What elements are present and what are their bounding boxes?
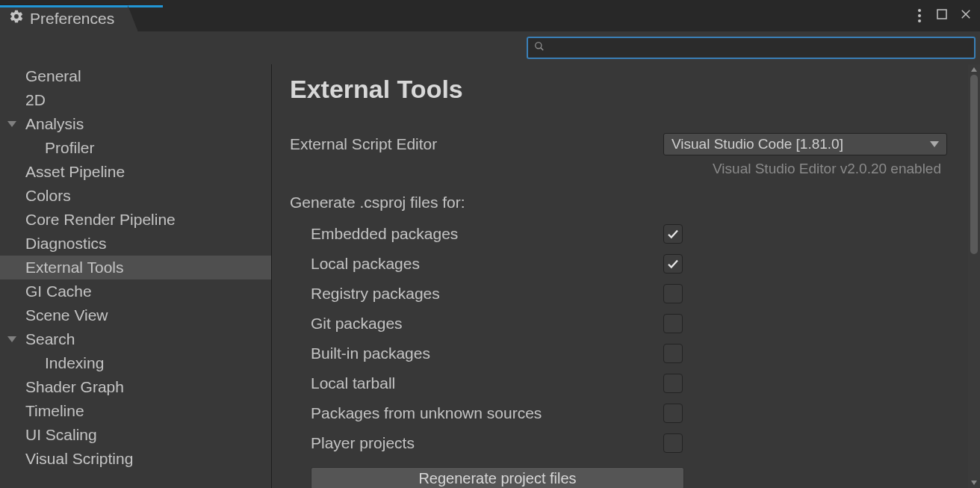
checkbox-embedded-packages[interactable] bbox=[663, 224, 683, 244]
sidebar-item-label: External Tools bbox=[25, 259, 124, 277]
csproj-section-label: Generate .csproj files for: bbox=[290, 194, 958, 211]
checkbox-player-projects[interactable] bbox=[663, 433, 683, 453]
csproj-option-row: Registry packages bbox=[290, 279, 958, 309]
external-script-editor-dropdown[interactable]: Visual Studio Code [1.81.0] bbox=[663, 133, 947, 155]
svg-rect-0 bbox=[937, 10, 946, 19]
sidebar-item-label: Visual Scripting bbox=[25, 450, 133, 468]
sidebar-item-label: 2D bbox=[25, 91, 46, 109]
regenerate-button-label: Regenerate project files bbox=[418, 470, 576, 487]
sidebar-item-label: Timeline bbox=[25, 402, 84, 420]
scrollbar-thumb[interactable] bbox=[970, 75, 978, 254]
checkbox-registry-packages[interactable] bbox=[663, 284, 683, 303]
close-icon[interactable] bbox=[959, 7, 973, 24]
svg-marker-6 bbox=[971, 481, 977, 485]
regenerate-project-files-button[interactable]: Regenerate project files bbox=[311, 467, 684, 488]
svg-marker-5 bbox=[971, 67, 977, 72]
checkbox-built-in-packages[interactable] bbox=[663, 344, 683, 363]
csproj-option-label: Player projects bbox=[290, 434, 663, 452]
sidebar-item-shader-graph[interactable]: Shader Graph bbox=[0, 375, 271, 399]
chevron-down-icon bbox=[7, 336, 16, 342]
checkbox-packages-from-unknown-sources[interactable] bbox=[663, 404, 683, 423]
sidebar-item-analysis[interactable]: Analysis bbox=[0, 112, 271, 136]
csproj-option-row: Embedded packages bbox=[290, 219, 958, 249]
csproj-option-label: Registry packages bbox=[290, 285, 663, 303]
search-row bbox=[0, 31, 980, 64]
csproj-option-row: Local packages bbox=[290, 249, 958, 279]
sidebar-item-label: Diagnostics bbox=[25, 235, 107, 253]
external-script-editor-row: External Script Editor Visual Studio Cod… bbox=[290, 129, 958, 159]
scrollbar[interactable] bbox=[968, 64, 980, 488]
svg-line-4 bbox=[541, 48, 544, 51]
csproj-option-row: Player projects bbox=[290, 428, 958, 458]
sidebar-item-scene-view[interactable]: Scene View bbox=[0, 303, 271, 327]
sidebar-item-label: Core Render Pipeline bbox=[25, 211, 176, 229]
sidebar-item-general[interactable]: General bbox=[0, 64, 271, 88]
sidebar-item-2d[interactable]: 2D bbox=[0, 88, 271, 112]
main-panel: External Tools External Script Editor Vi… bbox=[272, 64, 980, 488]
search-icon bbox=[534, 41, 545, 55]
csproj-option-row: Built-in packages bbox=[290, 339, 958, 368]
csproj-option-row: Packages from unknown sources bbox=[290, 398, 958, 428]
chevron-down-icon bbox=[930, 141, 939, 147]
search-input[interactable] bbox=[549, 42, 968, 54]
sidebar-item-label: GI Cache bbox=[25, 282, 92, 300]
sidebar-item-ui-scaling[interactable]: UI Scaling bbox=[0, 423, 271, 447]
csproj-option-label: Built-in packages bbox=[290, 345, 663, 362]
sidebar-item-label: Shader Graph bbox=[25, 378, 124, 396]
sidebar-item-search[interactable]: Search bbox=[0, 327, 271, 351]
tab-active-indicator bbox=[0, 5, 163, 7]
sidebar-item-label: UI Scaling bbox=[25, 426, 97, 444]
sidebar-item-label: Asset Pipeline bbox=[25, 163, 125, 181]
csproj-option-label: Embedded packages bbox=[290, 225, 663, 243]
sidebar-item-label: Colors bbox=[25, 187, 71, 205]
csproj-option-label: Local packages bbox=[290, 255, 663, 273]
sidebar: General2DAnalysisProfilerAsset PipelineC… bbox=[0, 64, 272, 488]
scroll-up-icon[interactable] bbox=[970, 66, 978, 73]
title-bar: Preferences bbox=[0, 0, 980, 31]
gear-icon bbox=[9, 9, 24, 28]
sidebar-item-asset-pipeline[interactable]: Asset Pipeline bbox=[0, 160, 271, 184]
dropdown-value: Visual Studio Code [1.81.0] bbox=[672, 136, 843, 152]
sidebar-item-indexing[interactable]: Indexing bbox=[0, 351, 271, 375]
sidebar-item-diagnostics[interactable]: Diagnostics bbox=[0, 232, 271, 256]
sidebar-item-label: Search bbox=[25, 330, 75, 348]
sidebar-item-gi-cache[interactable]: GI Cache bbox=[0, 279, 271, 303]
kebab-menu-icon[interactable] bbox=[914, 9, 925, 22]
sidebar-item-label: General bbox=[25, 67, 81, 85]
csproj-option-row: Local tarball bbox=[290, 368, 958, 398]
svg-point-3 bbox=[536, 43, 542, 49]
sidebar-item-external-tools[interactable]: External Tools bbox=[0, 256, 271, 279]
sidebar-item-label: Analysis bbox=[25, 115, 84, 133]
csproj-option-label: Git packages bbox=[290, 315, 663, 333]
sidebar-item-label: Scene View bbox=[25, 306, 108, 324]
sidebar-item-visual-scripting[interactable]: Visual Scripting bbox=[0, 447, 271, 471]
checkbox-local-packages[interactable] bbox=[663, 254, 683, 274]
page-title: External Tools bbox=[290, 75, 958, 104]
editor-status-note: Visual Studio Editor v2.0.20 enabled bbox=[290, 161, 941, 177]
maximize-icon[interactable] bbox=[935, 7, 949, 24]
checkbox-local-tarball[interactable] bbox=[663, 374, 683, 393]
tab-preferences[interactable]: Preferences bbox=[0, 4, 128, 31]
tab-label: Preferences bbox=[30, 10, 114, 28]
scroll-down-icon[interactable] bbox=[970, 479, 978, 487]
sidebar-item-timeline[interactable]: Timeline bbox=[0, 399, 271, 423]
sidebar-item-label: Profiler bbox=[45, 139, 95, 157]
sidebar-item-profiler[interactable]: Profiler bbox=[0, 136, 271, 160]
sidebar-item-colors[interactable]: Colors bbox=[0, 184, 271, 208]
csproj-option-label: Local tarball bbox=[290, 374, 663, 392]
csproj-option-row: Git packages bbox=[290, 309, 958, 339]
search-box[interactable] bbox=[527, 37, 976, 59]
sidebar-item-core-render-pipeline[interactable]: Core Render Pipeline bbox=[0, 208, 271, 232]
chevron-down-icon bbox=[7, 121, 16, 127]
csproj-option-label: Packages from unknown sources bbox=[290, 404, 663, 422]
external-script-editor-label: External Script Editor bbox=[290, 135, 663, 153]
sidebar-item-label: Indexing bbox=[45, 354, 104, 372]
checkbox-git-packages[interactable] bbox=[663, 314, 683, 333]
